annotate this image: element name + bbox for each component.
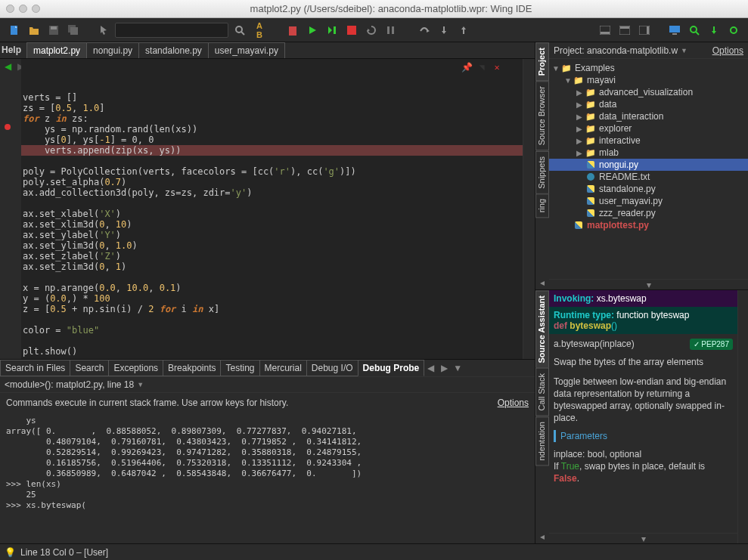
assist-runtime-value: function byteswap (616, 310, 689, 320)
chevron-down-icon[interactable]: ▼ (137, 381, 144, 388)
bottom-tabs-next[interactable]: ▶ (437, 360, 451, 376)
project-tree[interactable]: ▼📁Examples▼📁mayavi▶📁advanced_visualizati… (549, 59, 748, 279)
editor-scrollbar[interactable] (523, 59, 535, 359)
tree-item-nongui-py[interactable]: nongui.py (549, 159, 748, 171)
sidetab-snippets[interactable]: Snippets (535, 151, 549, 194)
editor-tab-bar: Help matplot2.py nongui.py standalone.py… (0, 42, 535, 59)
panel-button-2[interactable] (616, 22, 633, 39)
sidetab-source-assistant[interactable]: Source Assistant (535, 290, 549, 368)
tab-nongui[interactable]: nongui.py (86, 42, 139, 58)
restart-button[interactable] (363, 22, 380, 39)
save-button[interactable] (45, 22, 62, 39)
stop-button[interactable] (343, 22, 360, 39)
tab-debug-probe[interactable]: Debug Probe (358, 360, 425, 376)
assist-param-default: If True, swap bytes in place, default is… (554, 460, 733, 484)
find-button[interactable] (686, 22, 703, 39)
tree-item-zzz-reader-py[interactable]: zzz_reader.py (549, 207, 748, 219)
pointer-tool-button[interactable] (95, 22, 112, 39)
code-editor[interactable]: 📌 ◥ ✕ verts = []zs = [0.5, 1.0]for z in … (21, 59, 523, 359)
sidetab-source-browser[interactable]: Source Browser (535, 81, 549, 150)
tree-item-mayavi[interactable]: ▼📁mayavi (549, 74, 748, 86)
sidetab-ring[interactable]: ring (535, 193, 549, 218)
tab-search[interactable]: Search (70, 360, 109, 376)
assist-invoking-label: Invoking: (554, 293, 594, 304)
panel-button-3[interactable] (636, 22, 653, 39)
help-link[interactable]: Help (0, 42, 27, 58)
assist-params-header: Parameters (554, 430, 607, 442)
svg-rect-26 (647, 26, 649, 34)
tab-search-in-files[interactable]: Search in Files (0, 360, 70, 376)
tab-user-mayavi[interactable]: user_mayavi.py (208, 42, 285, 58)
minimize-icon[interactable] (19, 5, 27, 13)
tree-more-indicator[interactable]: ▾ (549, 279, 748, 289)
close-icon[interactable] (6, 5, 14, 13)
tree-item-matplottest-py[interactable]: matplottest.py (549, 219, 748, 231)
pause-button[interactable] (383, 22, 399, 39)
tree-item-readme-txt[interactable]: README.txt (549, 171, 748, 183)
svg-point-6 (236, 26, 242, 32)
zoom-icon[interactable] (32, 5, 40, 13)
tree-item-interactive[interactable]: ▶📁interactive (549, 135, 748, 147)
back-arrow-icon[interactable]: ◀ (5, 61, 11, 70)
new-file-button[interactable] (6, 22, 23, 39)
debug-console[interactable]: ys array([ 0. , 0.88588052, 0.89807309, … (0, 413, 535, 543)
tree-item-standalone-py[interactable]: standalone.py (549, 183, 748, 195)
window-title: matplot2.py (/Users/sdeibel): anaconda-m… (40, 3, 742, 14)
tab-exceptions[interactable]: Exceptions (108, 360, 163, 376)
bottom-tabs-menu[interactable]: ▼ (451, 360, 464, 376)
sidetab-indentation[interactable]: ndentation (535, 416, 549, 466)
tab-breakpoints[interactable]: Breakpoints (163, 360, 221, 376)
probe-options-link[interactable]: Options (498, 398, 529, 408)
sync-button[interactable] (725, 22, 742, 39)
replace-button[interactable]: AB (251, 22, 268, 39)
assist-param-line: inplace: bool, optional (554, 448, 733, 460)
sidetabs-top-more[interactable]: ◂ (535, 276, 549, 289)
assist-scrollbar[interactable] (737, 290, 748, 543)
search-input[interactable] (115, 23, 228, 38)
right-sidetabs-bottom: Source Assistant Call Stack ndentation ◂ (535, 290, 549, 543)
assist-signature: a.byteswap(inplace) (554, 339, 635, 349)
tree-item-mlab[interactable]: ▶📁mlab (549, 147, 748, 159)
tab-standalone[interactable]: standalone.py (138, 42, 209, 58)
step-over-button[interactable] (416, 22, 433, 39)
project-dropdown-icon[interactable]: ▼ (681, 47, 687, 54)
sidetabs-bottom-more[interactable]: ◂ (535, 530, 549, 543)
download-button[interactable] (706, 22, 722, 39)
sidetab-project[interactable]: Project (535, 42, 549, 81)
tab-mercurial[interactable]: Mercurial (259, 360, 307, 376)
open-file-button[interactable] (26, 22, 42, 39)
step-into-button[interactable] (436, 22, 452, 39)
location-bar[interactable]: <module>(): matplot2.py, line 18 ▼ (0, 376, 535, 393)
tree-item-advanced-visualization[interactable]: ▶📁advanced_visualization (549, 86, 748, 98)
breakpoint-marker-icon[interactable] (5, 124, 11, 130)
tree-item-data-interaction[interactable]: ▶📁data_interaction (549, 110, 748, 122)
svg-marker-13 (368, 29, 370, 32)
tree-item-explorer[interactable]: ▶📁explorer (549, 122, 748, 135)
sidetab-call-stack[interactable]: Call Stack (535, 368, 549, 416)
pin-icon[interactable]: 📌 (461, 61, 473, 73)
step-out-button[interactable] (455, 22, 472, 39)
continue-button[interactable] (324, 22, 340, 39)
bottom-tabs-prev[interactable]: ◀ (424, 360, 437, 376)
run-button[interactable] (304, 22, 321, 39)
commands-info-bar: Commands execute in current stack frame.… (0, 393, 535, 413)
assist-doc-body: Toggle between low-endian and big-endian… (554, 376, 733, 424)
assist-runtime-row: Runtime type: function byteswap def byte… (549, 307, 737, 334)
monitor-button[interactable] (666, 22, 683, 39)
search-icon[interactable] (231, 22, 248, 39)
project-header: Project: anaconda-matplotlib.w ▼ Options (549, 42, 748, 59)
panel-button-1[interactable] (597, 22, 613, 39)
bookmark-icon[interactable]: ◥ (476, 61, 488, 73)
tab-matplot2[interactable]: matplot2.py (26, 42, 87, 58)
tab-testing[interactable]: Testing (220, 360, 259, 376)
close-tab-icon[interactable]: ✕ (491, 61, 503, 73)
assist-more-indicator[interactable]: ▾ (549, 533, 737, 543)
project-options-link[interactable]: Options (712, 45, 743, 56)
stop-file-button[interactable] (284, 22, 301, 39)
svg-line-30 (696, 32, 699, 35)
tree-item-data[interactable]: ▶📁data (549, 98, 748, 110)
tab-debug-io[interactable]: Debug I/O (306, 360, 358, 376)
save-all-button[interactable] (65, 22, 82, 39)
tree-item-user-mayavi-py[interactable]: user_mayavi.py (549, 195, 748, 207)
tree-item-examples[interactable]: ▼📁Examples (549, 62, 748, 74)
